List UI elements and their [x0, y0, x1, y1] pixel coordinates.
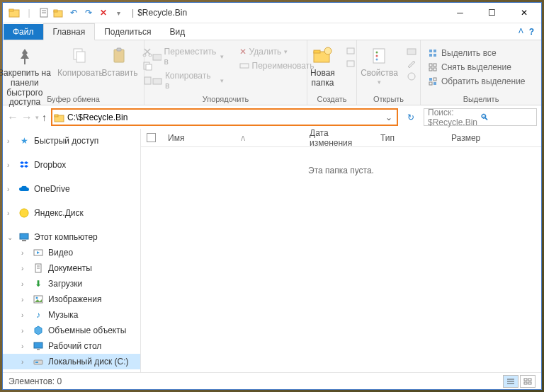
recent-dropdown[interactable]: ▾: [35, 114, 39, 121]
move-to-button[interactable]: Переместить в ▾: [149, 45, 227, 69]
search-placeholder: Поиск: $Recycle.Bin: [428, 108, 480, 127]
titlebar: | ↶ ↷ ✕ ▾ | $Recycle.Bin ─ ☐ ✕: [3, 3, 541, 23]
chevron-right-icon[interactable]: ›: [21, 280, 23, 288]
chevron-right-icon[interactable]: ›: [7, 185, 9, 193]
svg-rect-34: [434, 54, 436, 57]
address-bar[interactable]: ⌄: [51, 108, 398, 126]
new-folder-button[interactable]: Новая папка: [305, 42, 341, 88]
ribbon-group-clipboard: Закрепить на панели быстрого доступа Коп…: [3, 40, 144, 105]
title-separator: |: [132, 8, 134, 18]
svg-point-30: [408, 73, 415, 80]
folder-icon: [7, 5, 21, 21]
column-headers: Имяᐱ Дата изменения Тип Размер: [141, 129, 541, 147]
new-folder-icon[interactable]: [52, 5, 66, 21]
back-button[interactable]: ←: [7, 111, 18, 124]
new-folder-icon: [312, 45, 334, 67]
select-none-button[interactable]: Снять выделение: [425, 60, 537, 74]
tab-home[interactable]: Главная: [43, 23, 96, 40]
redo-icon[interactable]: ↷: [81, 5, 96, 21]
paste-button[interactable]: Вставить: [102, 42, 137, 79]
help-icon[interactable]: ?: [529, 27, 534, 37]
chevron-right-icon[interactable]: ›: [21, 327, 23, 335]
maximize-button[interactable]: ☐: [476, 3, 508, 23]
nav-desktop[interactable]: ›Рабочий стол: [3, 338, 140, 354]
nav-downloads[interactable]: ›⬇Загрузки: [3, 276, 140, 292]
nav-disk-d[interactable]: ›Локальный диск (D:): [3, 369, 140, 372]
chevron-right-icon[interactable]: ›: [7, 137, 9, 145]
history-icon[interactable]: [403, 70, 420, 83]
col-type[interactable]: Тип: [373, 133, 444, 143]
nav-pictures[interactable]: ›Изображения: [3, 292, 140, 307]
ribbon-group-create: Новая папка Создать: [307, 40, 357, 105]
ribbon-group-organize: Переместить в ▾ Копировать в ▾ ✕Удалить …: [144, 40, 307, 105]
nav-quick-access[interactable]: ›★Быстрый доступ: [3, 133, 140, 149]
svg-rect-17: [153, 54, 162, 60]
minimize-button[interactable]: ─: [444, 3, 476, 23]
col-name[interactable]: Имяᐱ: [161, 133, 302, 143]
copy-to-button[interactable]: Копировать в ▾: [149, 69, 227, 93]
qat-dropdown-icon[interactable]: ▾: [111, 5, 125, 21]
nav-disk-c[interactable]: ›Локальный диск (C:): [3, 354, 140, 369]
undo-icon[interactable]: ↶: [67, 5, 81, 21]
address-bar-row: ← → ▾ ↑ ⌄ ↻ Поиск: $Recycle.Bin 🔍︎: [3, 105, 541, 129]
easy-access-icon[interactable]: [342, 57, 359, 70]
nav-3d[interactable]: ›Объемные объекты: [3, 323, 140, 338]
chevron-down-icon[interactable]: ⌄: [7, 234, 13, 241]
delete-icon[interactable]: ✕: [96, 5, 110, 21]
address-input[interactable]: [65, 113, 382, 122]
chevron-right-icon[interactable]: ›: [21, 342, 23, 350]
chevron-right-icon[interactable]: ›: [21, 296, 23, 304]
nav-onedrive[interactable]: ›OneDrive: [3, 181, 140, 197]
tab-file[interactable]: Файл: [4, 24, 43, 40]
svg-rect-39: [429, 78, 432, 81]
chevron-right-icon[interactable]: ›: [21, 358, 23, 366]
svg-rect-37: [429, 68, 432, 71]
svg-point-53: [36, 297, 38, 299]
copy-button[interactable]: Копировать: [60, 42, 101, 79]
search-box[interactable]: Поиск: $Recycle.Bin 🔍︎: [424, 108, 537, 126]
col-size[interactable]: Размер: [444, 133, 494, 143]
open-icon[interactable]: [403, 45, 420, 57]
forward-button[interactable]: →: [21, 111, 33, 124]
col-date[interactable]: Дата изменения: [302, 129, 373, 148]
invert-selection-button[interactable]: Обратить выделение: [425, 74, 537, 88]
icons-view-button[interactable]: [520, 375, 536, 388]
svg-rect-10: [114, 50, 124, 62]
nav-yandex[interactable]: ›Яндекс.Диск: [3, 205, 140, 221]
ribbon: Закрепить на панели быстрого доступа Коп…: [3, 40, 541, 105]
nav-documents[interactable]: ›Документы: [3, 260, 140, 276]
up-button[interactable]: ↑: [42, 112, 47, 123]
svg-rect-6: [54, 10, 57, 12]
properties-button[interactable]: Свойства ▾: [357, 42, 402, 86]
collapse-ribbon-icon[interactable]: ᐱ: [518, 27, 523, 37]
svg-rect-68: [528, 379, 531, 381]
copy-icon: [69, 45, 91, 67]
close-button[interactable]: ✕: [508, 3, 540, 23]
new-item-icon[interactable]: [342, 45, 359, 57]
search-icon[interactable]: 🔍︎: [480, 113, 533, 122]
chevron-right-icon[interactable]: ›: [21, 265, 23, 272]
chevron-right-icon[interactable]: ›: [7, 209, 9, 217]
nav-videos[interactable]: ›Видео: [3, 245, 140, 260]
tab-share[interactable]: Поделиться: [95, 24, 160, 40]
nav-music[interactable]: ›♪Музыка: [3, 307, 140, 323]
svg-rect-23: [347, 48, 354, 54]
chevron-right-icon[interactable]: ›: [21, 249, 23, 257]
ribbon-collapse[interactable]: ᐱ ?: [511, 24, 541, 40]
select-all-button[interactable]: Выделить все: [425, 46, 537, 60]
refresh-button[interactable]: ↻: [402, 109, 419, 125]
chevron-right-icon[interactable]: ›: [21, 311, 23, 319]
tab-view[interactable]: Вид: [160, 24, 194, 40]
select-all-checkbox[interactable]: [147, 133, 161, 142]
chevron-right-icon[interactable]: ›: [7, 161, 9, 169]
window-title: $Recycle.Bin: [137, 8, 187, 18]
nav-this-pc[interactable]: ⌄Этот компьютер: [3, 229, 140, 245]
cloud-icon: [18, 183, 30, 195]
edit-icon[interactable]: [403, 57, 420, 70]
empty-folder-message: Эта папка пуста.: [141, 147, 541, 175]
properties-icon[interactable]: [37, 5, 51, 21]
details-view-button[interactable]: [503, 375, 518, 388]
address-dropdown-icon[interactable]: ⌄: [382, 113, 395, 122]
nav-dropbox[interactable]: ›Dropbox: [3, 157, 140, 173]
svg-rect-31: [429, 50, 432, 52]
